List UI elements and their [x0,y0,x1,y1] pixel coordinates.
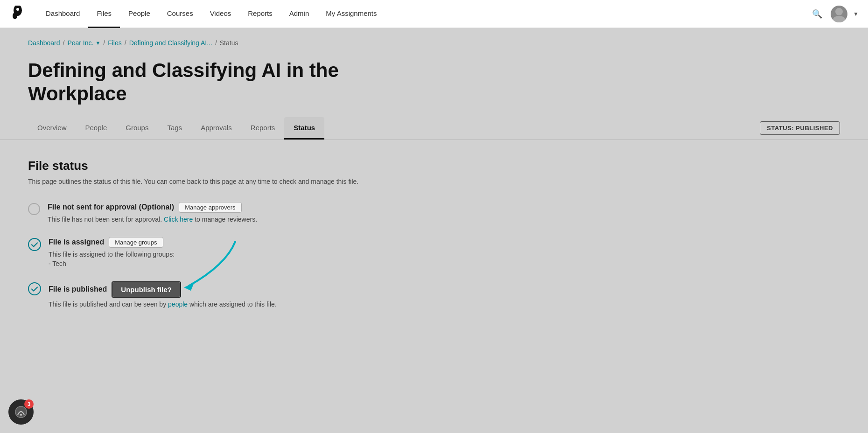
file-status-description: This page outlines the status of this fi… [28,178,840,185]
notification-badge-container[interactable]: 3 [8,399,34,425]
svg-point-4 [833,16,845,22]
svg-point-1 [13,13,17,19]
approval-content: File not sent for approval (Optional) Ma… [48,202,840,223]
svg-point-2 [16,8,19,11]
navbar: Dashboard Files People Courses Videos Re… [0,0,868,28]
svg-marker-7 [184,283,194,291]
user-avatar[interactable] [831,6,847,22]
status-item-assigned: File is assigned Manage groups This file… [28,237,840,267]
breadcrumb-sep-4: / [215,39,217,47]
status-item-published: File is published Unpublish file? [28,281,840,308]
unpublish-area: Unpublish file? [112,281,181,298]
tab-people[interactable]: People [76,117,117,140]
search-icon: 🔍 [812,9,822,19]
breadcrumb-sep-3: / [125,39,126,47]
svg-point-5 [28,238,41,251]
click-here-link[interactable]: Click here [164,216,193,223]
assigned-header: File is assigned Manage groups [49,237,840,248]
unpublish-box: Unpublish file? [112,281,181,298]
nav-videos[interactable]: Videos [202,0,240,28]
notification-badge[interactable]: 3 [8,399,34,425]
nav-dashboard[interactable]: Dashboard [37,0,88,28]
tabs: Overview People Groups Tags Approvals Re… [28,117,324,140]
org-dropdown-icon: ▼ [95,40,100,46]
manage-approvers-button[interactable]: Manage approvers [179,202,241,213]
status-item-approval: File not sent for approval (Optional) Ma… [28,202,840,223]
tab-reports[interactable]: Reports [241,117,285,140]
breadcrumb-sep-2: / [103,39,105,47]
nav-links: Dashboard Files People Courses Videos Re… [37,0,809,28]
svg-point-6 [28,283,41,295]
page-title: Defining and Classifying AI in the Workp… [28,59,840,106]
svg-point-3 [835,8,843,15]
breadcrumb-org[interactable]: Pear Inc. ▼ [67,39,100,47]
tab-tags[interactable]: Tags [158,117,191,140]
navbar-right: 🔍 ▼ [809,6,859,22]
nav-files[interactable]: Files [88,0,120,28]
app-logo[interactable] [9,6,26,22]
status-list: File not sent for approval (Optional) Ma… [28,202,840,308]
breadcrumb-sep-1: / [63,39,65,47]
tab-bar: Overview People Groups Tags Approvals Re… [0,117,868,140]
breadcrumb-current: Status [220,39,238,47]
breadcrumb: Dashboard / Pear Inc. ▼ / Files / Defini… [0,28,868,51]
group-tech: - Tech [49,260,840,267]
nav-people[interactable]: People [120,0,159,28]
published-content: File is published Unpublish file? [49,281,840,308]
approval-unchecked-icon [28,203,40,215]
published-people-link[interactable]: people [168,300,188,308]
unpublish-button[interactable]: Unpublish file? [112,282,180,297]
nav-courses[interactable]: Courses [159,0,202,28]
notification-count: 3 [24,399,34,409]
published-label: File is published [49,285,107,293]
assigned-text: This file is assigned to the following g… [49,251,840,258]
assigned-content: File is assigned Manage groups This file… [49,237,840,267]
content-area: File status This page outlines the statu… [0,140,868,327]
published-header: File is published Unpublish file? [49,281,840,298]
tab-overview[interactable]: Overview [28,117,76,140]
search-button[interactable]: 🔍 [809,6,825,22]
nav-admin[interactable]: Admin [281,0,318,28]
user-menu-chevron[interactable]: ▼ [853,11,859,17]
manage-groups-button[interactable]: Manage groups [109,237,163,248]
breadcrumb-dashboard[interactable]: Dashboard [28,39,60,47]
tab-groups[interactable]: Groups [116,117,158,140]
tab-status[interactable]: Status [284,117,324,140]
assigned-label: File is assigned [49,238,104,246]
breadcrumb-file-short[interactable]: Defining and Classifying AI... [129,39,212,47]
page-title-section: Defining and Classifying AI in the Workp… [0,51,868,117]
published-text: This file is published and can be seen b… [49,300,840,308]
nav-my-assignments[interactable]: My Assignments [317,0,385,28]
published-check-icon [28,282,41,295]
approval-label: File not sent for approval (Optional) [48,203,174,211]
status-published-badge: STATUS: PUBLISHED [760,121,840,135]
file-status-title: File status [28,159,840,173]
approval-text: This file has not been sent for approval… [48,216,840,223]
nav-reports[interactable]: Reports [239,0,281,28]
tab-approvals[interactable]: Approvals [191,117,241,140]
breadcrumb-files[interactable]: Files [108,39,122,47]
approval-header: File not sent for approval (Optional) Ma… [48,202,840,213]
assigned-check-icon [28,238,41,251]
svg-point-9 [20,414,22,416]
